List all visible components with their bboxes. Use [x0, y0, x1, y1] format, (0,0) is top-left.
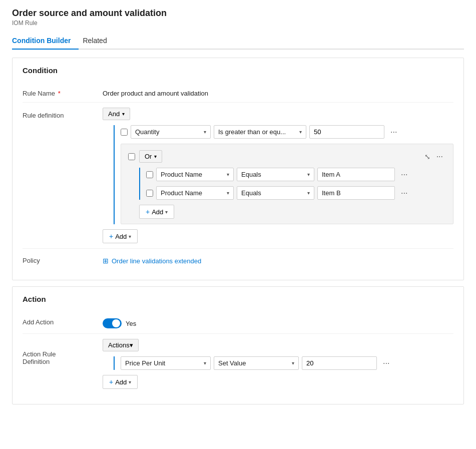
tab-condition-builder[interactable]: Condition Builder: [12, 32, 79, 50]
policy-row: Policy ⊞ Order line validations extended: [23, 249, 453, 270]
rule-definition-row: Rule definition And ▾ Quantity: [23, 103, 453, 249]
rule-name-value: Order product and amount validation: [103, 90, 208, 97]
tabs-bar: Condition Builder Related: [12, 32, 464, 50]
quantity-operator-select[interactable]: Is greater than or equ... ▾: [214, 125, 306, 139]
price-more-button[interactable]: ···: [380, 358, 392, 369]
product-name-2-op-caret-icon: ▾: [307, 190, 310, 196]
add-action-toggle[interactable]: [103, 318, 122, 328]
policy-link-icon: ⊞: [103, 257, 109, 265]
product-name-2-checkbox[interactable]: [146, 190, 153, 197]
or-group: Or ▾ ⤡ ···: [121, 144, 453, 224]
outer-add-caret-icon: ▾: [129, 234, 131, 239]
add-action-label: Add Action: [23, 318, 54, 326]
add-action-toggle-label: Yes: [126, 320, 136, 327]
product-name-1-op-caret-icon: ▾: [307, 172, 310, 177]
set-value-caret-icon: ▾: [292, 360, 294, 366]
or-group-collapse-button[interactable]: ⤡: [424, 153, 430, 161]
price-per-unit-caret-icon: ▾: [204, 360, 206, 366]
product-name-1-checkbox[interactable]: [146, 171, 153, 178]
price-per-unit-row: Price Per Unit ▾ Set Value ▾ ···: [121, 356, 453, 370]
product-name-1-more-button[interactable]: ···: [398, 169, 410, 180]
inner-add-caret-icon: ▾: [165, 209, 168, 215]
rule-name-row: Rule Name * Order product and amount val…: [23, 82, 453, 103]
or-caret-icon: ▾: [154, 154, 157, 159]
action-rule-definition-label: Action Rule Definition: [23, 350, 56, 365]
quantity-op-caret-icon: ▾: [299, 129, 302, 135]
product-name-1-caret-icon: ▾: [227, 172, 229, 177]
action-add-button[interactable]: + Add ▾: [103, 375, 138, 389]
action-add-caret-icon: ▾: [129, 379, 131, 385]
action-section-title: Action: [23, 295, 453, 303]
or-group-more-button[interactable]: ···: [433, 151, 446, 162]
required-star: *: [58, 90, 61, 97]
or-group-checkbox[interactable]: [128, 153, 135, 160]
inner-add-button[interactable]: + Add ▾: [139, 205, 174, 219]
price-value-input[interactable]: [302, 356, 377, 370]
product-name-2-operator-select[interactable]: Equals ▾: [237, 186, 314, 200]
quantity-checkbox[interactable]: [121, 129, 128, 136]
policy-label: Policy: [23, 257, 40, 264]
product-name-row-2: Product Name ▾ Equals ▾ Item B: [146, 186, 446, 200]
product-name-2-more-button[interactable]: ···: [398, 188, 410, 199]
quantity-more-button[interactable]: ···: [387, 127, 400, 138]
action-rule-definition-row: Action Rule Definition Actions ▾ Price P…: [23, 334, 453, 394]
quantity-value-input[interactable]: [309, 125, 384, 139]
inner-add-plus-icon: +: [146, 208, 150, 216]
product-name-1-field-select[interactable]: Product Name ▾: [156, 168, 234, 181]
add-action-row: Add Action Yes: [23, 310, 453, 334]
and-caret-icon: ▾: [122, 111, 125, 117]
price-per-unit-field-select[interactable]: Price Per Unit ▾: [121, 356, 211, 370]
or-operator-button[interactable]: Or ▾: [139, 150, 162, 163]
condition-section-title: Condition: [23, 66, 453, 75]
rule-name-label: Rule Name: [23, 90, 55, 97]
actions-operator-button[interactable]: Actions ▾: [103, 339, 139, 351]
quantity-field-select[interactable]: Quantity ▾: [131, 125, 211, 139]
page-subtitle: IOM Rule: [12, 20, 464, 27]
product-name-2-value-field[interactable]: Item B: [317, 186, 395, 200]
set-value-operator-select[interactable]: Set Value ▾: [214, 356, 299, 370]
quantity-condition-row: Quantity ▾ Is greater than or equ... ▾ ·…: [121, 125, 453, 139]
product-name-1-operator-select[interactable]: Equals ▾: [237, 168, 314, 181]
product-name-1-value-field[interactable]: Item A: [317, 168, 395, 181]
policy-link[interactable]: ⊞ Order line validations extended: [103, 257, 201, 265]
product-name-2-field-select[interactable]: Product Name ▾: [156, 186, 234, 200]
rule-definition-label: Rule definition: [23, 112, 64, 119]
product-name-2-caret-icon: ▾: [227, 190, 229, 196]
and-operator-button[interactable]: And ▾: [103, 108, 130, 120]
tab-related[interactable]: Related: [83, 32, 115, 50]
action-section: Action Add Action Yes Action Rule Defini…: [12, 286, 464, 404]
page-title: Order source and amount validation: [12, 8, 464, 19]
action-add-plus-icon: +: [109, 378, 113, 386]
outer-add-button[interactable]: + Add ▾: [103, 229, 138, 243]
quantity-caret-icon: ▾: [204, 129, 206, 135]
product-name-row-1: Product Name ▾ Equals ▾ Item A: [146, 168, 446, 181]
outer-add-plus-icon: +: [109, 232, 113, 240]
condition-section: Condition Rule Name * Order product and …: [12, 58, 464, 280]
actions-caret-icon: ▾: [130, 341, 133, 349]
